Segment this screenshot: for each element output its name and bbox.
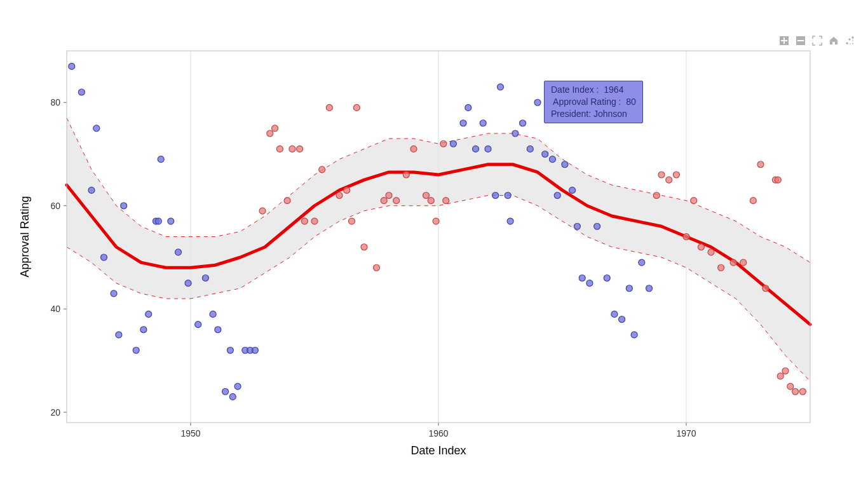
scatter-point[interactable] xyxy=(185,280,191,287)
scatter-point[interactable] xyxy=(799,388,806,395)
chart-svg[interactable]: 19501960197020406080Date IndexApproval R… xyxy=(0,0,868,488)
scatter-point[interactable] xyxy=(69,63,75,69)
scatter-point[interactable] xyxy=(666,177,672,183)
scatter-point[interactable] xyxy=(646,285,653,292)
scatter-point[interactable] xyxy=(229,393,236,400)
scatter-point[interactable] xyxy=(252,347,258,353)
scatter-point[interactable] xyxy=(757,161,764,168)
scatter-point[interactable] xyxy=(175,249,182,255)
scatter-point[interactable] xyxy=(604,275,610,281)
scatter-point[interactable] xyxy=(259,208,266,214)
scatter-point[interactable] xyxy=(284,198,290,204)
scatter-point[interactable] xyxy=(353,104,360,111)
autoscale-button[interactable] xyxy=(811,35,824,46)
scatter-point[interactable] xyxy=(381,198,387,204)
scatter-point[interactable] xyxy=(336,193,342,199)
scatter-point[interactable] xyxy=(574,223,580,229)
scatter-point[interactable] xyxy=(326,104,332,111)
scatter-point[interactable] xyxy=(393,198,400,204)
scatter-point[interactable] xyxy=(227,347,233,353)
scatter-point[interactable] xyxy=(594,223,600,229)
scatter-point[interactable] xyxy=(78,89,85,95)
scatter-point[interactable] xyxy=(698,244,704,250)
scatter-point[interactable] xyxy=(708,249,714,255)
scatter-point[interactable] xyxy=(158,156,164,163)
scatter-point[interactable] xyxy=(319,166,325,173)
scatter-point[interactable] xyxy=(93,125,100,132)
scatter-point[interactable] xyxy=(639,259,645,266)
scatter-point[interactable] xyxy=(480,120,486,126)
scatter-point[interactable] xyxy=(562,161,568,168)
scatter-point[interactable] xyxy=(492,193,499,199)
scatter-point[interactable] xyxy=(133,347,139,353)
scatter-point[interactable] xyxy=(386,193,392,199)
scatter-point[interactable] xyxy=(520,120,526,126)
scatter-point[interactable] xyxy=(782,368,789,374)
scatter-point[interactable] xyxy=(168,218,174,224)
scatter-point[interactable] xyxy=(423,193,430,199)
scatter-point[interactable] xyxy=(361,244,367,250)
scatter-point[interactable] xyxy=(626,285,632,292)
scatter-point[interactable] xyxy=(155,218,161,224)
scatter-point[interactable] xyxy=(498,84,504,90)
scatter-point[interactable] xyxy=(116,332,122,338)
zoom-out-button[interactable] xyxy=(794,35,807,46)
scatter-point[interactable] xyxy=(777,373,783,379)
scatter-point[interactable] xyxy=(344,187,350,193)
zoom-in-button[interactable] xyxy=(778,35,790,46)
scatter-point[interactable] xyxy=(619,316,625,323)
scatter-point[interactable] xyxy=(121,203,127,209)
scatter-point[interactable] xyxy=(460,120,466,126)
scatter-point[interactable] xyxy=(234,383,241,390)
scatter-point[interactable] xyxy=(505,193,511,199)
scatter-point[interactable] xyxy=(718,264,724,271)
scatter-point[interactable] xyxy=(222,388,229,395)
scatter-point[interactable] xyxy=(443,198,449,204)
scatter-point[interactable] xyxy=(272,125,278,132)
scatter-point[interactable] xyxy=(683,234,689,240)
scatter-point[interactable] xyxy=(507,218,513,224)
scatter-point[interactable] xyxy=(349,218,355,224)
scatter-point[interactable] xyxy=(289,146,295,152)
scatter-point[interactable] xyxy=(653,193,660,199)
scatter-point[interactable] xyxy=(658,172,665,178)
scatter-point[interactable] xyxy=(297,146,303,152)
scatter-point[interactable] xyxy=(267,130,273,137)
scatter-point[interactable] xyxy=(410,146,417,152)
scatter-point[interactable] xyxy=(210,311,216,317)
scatter-point[interactable] xyxy=(534,99,541,105)
scatter-point[interactable] xyxy=(111,290,117,297)
scatter-point[interactable] xyxy=(549,156,555,163)
scatter-point[interactable] xyxy=(202,275,208,281)
scatter-point[interactable] xyxy=(311,218,318,224)
scatter-point[interactable] xyxy=(730,259,736,266)
scatter-point[interactable] xyxy=(750,198,756,204)
scatter-point[interactable] xyxy=(691,198,697,204)
toggle-spike-lines-button[interactable] xyxy=(844,35,857,46)
scatter-point[interactable] xyxy=(587,280,593,287)
scatter-point[interactable] xyxy=(569,187,576,193)
scatter-point[interactable] xyxy=(512,130,519,137)
scatter-point[interactable] xyxy=(428,198,434,204)
scatter-point[interactable] xyxy=(473,146,479,152)
scatter-point[interactable] xyxy=(673,172,679,178)
scatter-point[interactable] xyxy=(140,327,147,333)
scatter-point[interactable] xyxy=(579,275,585,281)
scatter-point[interactable] xyxy=(787,383,794,390)
scatter-point[interactable] xyxy=(792,388,799,395)
scatter-point[interactable] xyxy=(554,193,560,199)
scatter-point[interactable] xyxy=(611,311,618,317)
scatter-point[interactable] xyxy=(403,172,409,178)
scatter-point[interactable] xyxy=(195,322,201,328)
scatter-point[interactable] xyxy=(101,254,107,261)
scatter-point[interactable] xyxy=(631,332,637,338)
scatter-point[interactable] xyxy=(485,146,491,152)
scatter-point[interactable] xyxy=(740,259,747,266)
scatter-point[interactable] xyxy=(465,104,471,111)
scatter-point[interactable] xyxy=(763,285,769,292)
scatter-point[interactable] xyxy=(301,218,308,224)
scatter-point[interactable] xyxy=(88,187,95,193)
scatter-point[interactable] xyxy=(374,264,380,271)
scatter-point[interactable] xyxy=(542,151,548,158)
scatter-point[interactable] xyxy=(276,146,283,152)
